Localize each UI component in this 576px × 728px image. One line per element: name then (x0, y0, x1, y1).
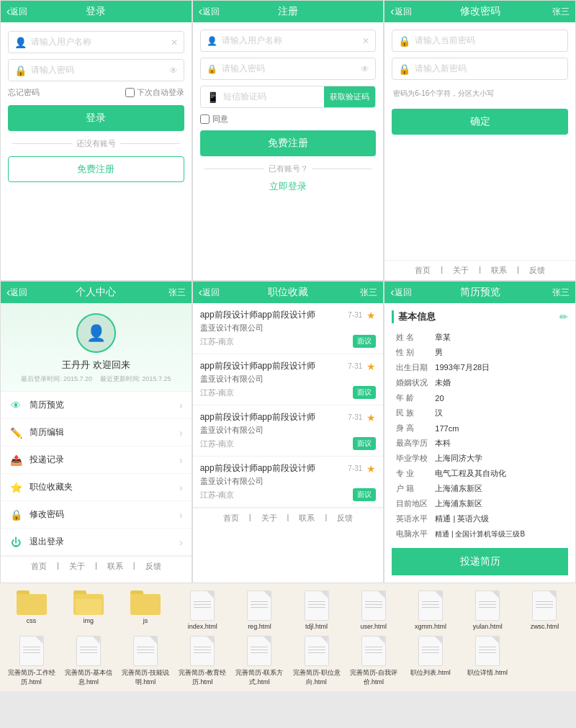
personal-footer-about[interactable]: 关于 (69, 561, 85, 572)
file-wsjbxx[interactable]: 完善简历-基本信息.html (61, 636, 115, 687)
menu-label-resume-edit: 简历编辑 (30, 426, 179, 439)
footer-about[interactable]: 关于 (453, 265, 469, 276)
reg-clear-icon[interactable]: ✕ (362, 36, 369, 46)
jobs-footer-about[interactable]: 关于 (261, 513, 277, 523)
file-yulan-html[interactable]: yulan.html (461, 590, 515, 630)
edit-icon: ✏️ (9, 427, 22, 439)
footer-home[interactable]: 首页 (415, 265, 431, 276)
menu-change-password[interactable]: 🔒 修改密码 › (1, 501, 192, 529)
file-img[interactable]: img (61, 590, 115, 630)
arrow-right-icon: › (179, 400, 183, 411)
reg-eye-icon[interactable]: 👁 (361, 64, 369, 74)
menu-submit-record[interactable]: 📤 投递记录 › (1, 446, 192, 474)
last-login: 最后登录时间: 2015.7.20 (21, 375, 92, 382)
file-css[interactable]: css (4, 590, 58, 630)
go-login-link[interactable]: 立即登录 (200, 180, 377, 193)
label-hometown: 户 籍 (393, 482, 431, 495)
file-user-html[interactable]: user.html (346, 590, 400, 630)
personal-back[interactable]: 返回 (6, 286, 27, 299)
menu-logout[interactable]: ⏻ 退出登录 › (1, 529, 192, 556)
resume-row-dob: 出生日期1993年7月28日 (393, 361, 567, 374)
agree-checkbox[interactable] (200, 114, 210, 124)
login-back[interactable]: 返回 (6, 5, 27, 18)
job-star-3[interactable]: ★ (366, 412, 376, 423)
menu-resume-edit[interactable]: ✏️ 简历编辑 › (1, 419, 192, 446)
register-button[interactable]: 免费注册 (200, 130, 377, 156)
jobs-footer-feedback[interactable]: 反馈 (337, 513, 353, 523)
last-update: 最近更新时间: 2015.7.25 (100, 375, 171, 382)
footer-feedback[interactable]: 反馈 (529, 265, 545, 276)
reg-agree-row: 同意 (200, 114, 377, 125)
job-star-4[interactable]: ★ (366, 463, 376, 475)
file-js[interactable]: js (118, 590, 172, 630)
footer-contact[interactable]: 联系 (491, 265, 507, 276)
doc-wsljfs-icon (247, 636, 271, 666)
auto-login-checkbox[interactable] (125, 88, 135, 97)
get-sms-button[interactable]: 获取验证码 (324, 86, 375, 107)
jobs-footer-home[interactable]: 首页 (223, 513, 239, 523)
reg-password-placeholder: 请输入密码 (222, 63, 361, 75)
file-wsljfs[interactable]: 完善简历-联系方式.html (233, 636, 287, 687)
login-password-placeholder: 请输入密码 (31, 64, 169, 76)
file-wsgj[interactable]: 完善简历-工作经历.html (4, 636, 58, 687)
reg-lock-icon: 🔒 (207, 64, 217, 74)
job-apply-4[interactable]: 面议 (353, 488, 376, 501)
forgot-password-link[interactable]: 忘记密码 (8, 87, 40, 98)
jobs-footer-sep2: | (287, 513, 289, 523)
job-star-2[interactable]: ★ (366, 361, 376, 372)
login-button[interactable]: 登录 (8, 105, 184, 131)
menu-job-favorites[interactable]: ⭐ 职位收藏夹 › (1, 474, 192, 501)
personal-footer-home[interactable]: 首页 (31, 561, 47, 572)
file-reg-html[interactable]: reg.html (233, 590, 287, 630)
agree-label: 同意 (212, 114, 228, 125)
file-zwxq[interactable]: 职位详情.html (461, 636, 515, 687)
pwd-hint: 密码为6-16个字符，分区大小写 (392, 86, 568, 102)
new-pwd-row: 🔒 请输入新密码 (392, 58, 568, 80)
jobs-back[interactable]: 返回 (199, 286, 220, 299)
job-star-1[interactable]: ★ (366, 310, 376, 321)
login-panel: 返回 登录 👤 请输入用户名称 ✕ 🔒 请输入密码 👁 忘记密码 下次自动登录 (0, 0, 192, 281)
label-ethnicity: 民 族 (393, 406, 431, 420)
personal-footer-feedback[interactable]: 反馈 (145, 561, 161, 572)
file-tdjl-html[interactable]: tdjl.html (289, 590, 343, 630)
reg-username-placeholder: 请输入用户名称 (222, 35, 363, 47)
value-hometown: 上海浦东新区 (432, 482, 567, 495)
eye-icon: 👁 (9, 400, 22, 411)
personal-footer: 首页 | 关于 | 联系 | 反馈 (1, 556, 192, 576)
confirm-pwd-button[interactable]: 确定 (392, 109, 568, 135)
folder-css-icon (17, 590, 47, 615)
resume-row-computer: 电脑水平精通 | 全国计算机等级三级B (393, 527, 567, 541)
file-wswzy[interactable]: 完善简历-职位意向.html (289, 636, 343, 687)
doc-zwlb-icon (418, 636, 443, 666)
resume-edit-icon[interactable]: ✏ (559, 311, 568, 323)
doc-xgmm-icon (418, 590, 443, 621)
login-eye-icon[interactable]: 👁 (169, 66, 178, 76)
change-pwd-back[interactable]: 返回 (390, 5, 411, 18)
file-wsjyjl[interactable]: 完善简历-教育经历.html (176, 636, 230, 687)
file-wszwpj[interactable]: 完善简历-自我评价.html (346, 636, 400, 687)
submit-resume-button[interactable]: 投递简历 (392, 548, 568, 575)
file-index-html[interactable]: index.html (176, 590, 230, 630)
file-zwlb[interactable]: 职位列表.html (403, 636, 457, 687)
personal-menu: 👁 简历预览 › ✏️ 简历编辑 › 📤 投递记录 › ⭐ 职位收藏夹 › 🔒 (1, 391, 192, 556)
menu-resume-preview[interactable]: 👁 简历预览 › (1, 392, 192, 419)
jobs-title: 职位收藏 (268, 286, 308, 299)
job-apply-3[interactable]: 面议 (353, 437, 376, 450)
file-zwsc-html[interactable]: zwsc.html (518, 590, 572, 630)
job-apply-1[interactable]: 面议 (353, 335, 376, 348)
change-pwd-header: 返回 修改密码 张三 (384, 1, 575, 22)
resume-back[interactable]: 返回 (390, 286, 411, 299)
doc-index-icon (190, 590, 215, 621)
file-xgmm-html[interactable]: xgmm.html (403, 590, 457, 630)
personal-title: 个人中心 (76, 286, 116, 299)
login-register-button[interactable]: 免费注册 (8, 156, 184, 182)
jobs-footer-contact[interactable]: 联系 (299, 513, 315, 523)
arrow-right-icon-2: › (179, 427, 183, 439)
personal-footer-contact[interactable]: 联系 (107, 561, 123, 572)
doc-wsjyjl-icon (190, 636, 215, 666)
profile-background: 👤 王丹丹 欢迎回来 最后登录时间: 2015.7.20 最近更新时间: 201… (1, 303, 192, 391)
register-back[interactable]: 返回 (199, 5, 220, 18)
file-wsjnms[interactable]: 完善简历-技能说明.html (118, 636, 172, 687)
login-clear-icon[interactable]: ✕ (171, 37, 178, 48)
job-apply-2[interactable]: 面议 (353, 386, 376, 399)
